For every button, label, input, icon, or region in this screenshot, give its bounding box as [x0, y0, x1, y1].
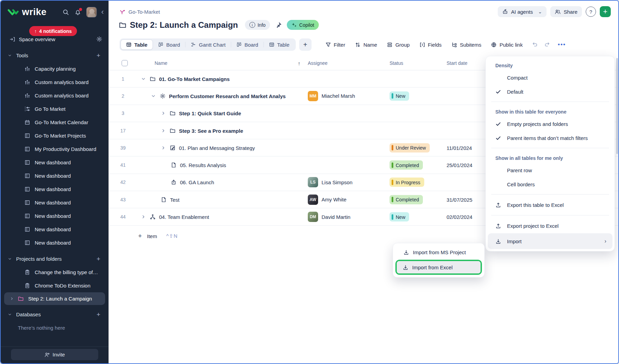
toolbar-fields-button[interactable]: Fields — [419, 42, 442, 48]
menu-action-export-project-to-excel[interactable]: Export project to Excel — [486, 218, 615, 233]
search-icon[interactable] — [63, 9, 69, 15]
task-name[interactable]: 01. Go-To Market Campaigns — [159, 76, 230, 82]
redo-icon[interactable] — [544, 42, 550, 48]
add-icon[interactable]: + — [97, 255, 100, 263]
column-header-name[interactable]: Name — [155, 60, 167, 66]
sidebar-item-custom-analytics-board[interactable]: Custom analytics board — [1, 75, 109, 89]
sidebar-item-capacity-planning[interactable]: Capacity planning — [1, 62, 109, 75]
menu-option-empty-projects-and-folders[interactable]: Empty projects and folders — [486, 117, 615, 131]
sidebar-item-new-dashboard[interactable]: New dashboard — [1, 156, 109, 169]
row-expand-icon[interactable] — [161, 111, 166, 116]
sidebar-item-chrome-todo-extension[interactable]: Chrome ToDo Extension — [1, 279, 109, 292]
assignee-cell[interactable]: AWAmy White — [308, 195, 347, 205]
task-name[interactable]: Step 3: See a Pro example — [179, 128, 243, 133]
sidebar-item-my-productivity-dashboard[interactable]: My Productivity Dashboard — [1, 142, 109, 156]
task-name[interactable]: 06. GA Launch — [180, 179, 214, 185]
menu-option-default[interactable]: Default — [486, 85, 615, 99]
space-overview[interactable]: Space overview — [10, 35, 102, 44]
column-header-status[interactable]: Status — [390, 60, 403, 66]
column-header-assignee[interactable]: Assignee — [308, 60, 328, 66]
start-date-cell[interactable]: 25/01/2024 — [447, 162, 472, 168]
select-all-checkbox[interactable] — [122, 60, 128, 66]
copilot-button[interactable]: Copilot — [287, 20, 319, 30]
chevron-down-icon[interactable] — [8, 53, 12, 58]
sidebar-item-new-dashboard[interactable]: New dashboard — [1, 183, 109, 196]
chevron-down-icon[interactable] — [8, 257, 12, 261]
toolbar-public-link-button[interactable]: Public link — [491, 42, 523, 48]
bell-icon[interactable] — [75, 9, 81, 15]
status-cell[interactable]: Under Review — [390, 143, 430, 152]
assignee-cell[interactable]: DMDavid Martin — [308, 212, 350, 222]
create-new-button[interactable]: + — [600, 6, 611, 17]
toolbar-filter-button[interactable]: Filter — [325, 42, 345, 48]
sidebar-item-new-dashboard[interactable]: New dashboard — [1, 169, 109, 183]
task-name[interactable]: 01. Plan and Messaging Strategy — [179, 145, 255, 151]
pin-icon[interactable] — [275, 22, 282, 28]
status-cell[interactable]: Completed — [390, 161, 423, 170]
submenu-item-import-from-ms-project[interactable]: Import from MS Project — [395, 246, 482, 259]
menu-option-compact[interactable]: Compact — [486, 71, 615, 85]
menu-option-cell-borders[interactable]: Cell borders — [486, 177, 615, 191]
chevron-down-icon[interactable] — [8, 312, 12, 317]
wrike-logo[interactable]: wrike — [8, 7, 47, 17]
sidebar-section-tools[interactable]: Tools+ — [1, 49, 109, 62]
task-name[interactable]: 04. Team Enablement — [159, 214, 209, 220]
view-tab-board[interactable]: Board — [153, 39, 185, 50]
menu-option-parent-row[interactable]: Parent row — [486, 163, 615, 177]
sidebar-item-go-to-market[interactable]: Go To Market — [1, 102, 109, 116]
ai-agents-button[interactable]: AI agents ⌄ — [498, 6, 547, 17]
menu-action-import[interactable]: Import› — [488, 233, 612, 249]
start-date-cell[interactable]: 11/01/2024 — [447, 145, 472, 151]
chevron-down-icon[interactable]: ⌄ — [538, 9, 542, 14]
invite-button[interactable]: Invite — [11, 349, 98, 360]
add-view-button[interactable]: + — [299, 38, 312, 51]
start-date-cell[interactable]: 02/02/2024 — [447, 214, 472, 220]
sidebar-item-new-dashboard[interactable]: New dashboard — [1, 236, 109, 249]
menu-action-export-this-table-to-excel[interactable]: Export this table to Excel — [486, 197, 615, 212]
toolbar-name-button[interactable]: Name — [355, 42, 377, 48]
chevron-right-icon[interactable] — [10, 296, 14, 301]
row-expand-icon[interactable] — [161, 128, 166, 133]
task-name[interactable]: Step 1: Quick Start Guide — [179, 110, 241, 116]
toolbar-group-button[interactable]: Group — [387, 42, 410, 48]
user-avatar[interactable] — [86, 7, 97, 17]
add-icon[interactable]: + — [97, 311, 100, 318]
sidebar-item-go-to-market-projects[interactable]: Go-To Market Projects — [1, 129, 109, 142]
row-expand-icon[interactable] — [161, 145, 166, 150]
row-expand-icon[interactable] — [141, 214, 146, 220]
help-button[interactable]: ? — [586, 7, 596, 17]
row-collapse-icon[interactable] — [151, 93, 156, 98]
share-button[interactable]: Share — [550, 6, 582, 17]
toolbar-subitems-button[interactable]: Subitems — [451, 42, 482, 48]
assignee-cell[interactable]: LSLisa Simpson — [308, 177, 352, 187]
undo-icon[interactable] — [532, 42, 538, 48]
sidebar-item-go-to-market-calendar[interactable]: Go-To Market Calendar — [1, 116, 109, 129]
row-collapse-icon[interactable] — [141, 76, 146, 81]
column-header-start-date[interactable]: Start date — [447, 60, 468, 66]
sidebar-section-projects-and-folders[interactable]: Projects and folders+ — [1, 252, 109, 266]
status-cell[interactable]: In Progress — [390, 178, 424, 187]
menu-option-parent-items-that-don-t-match-filters[interactable]: Parent items that don’t match filters — [486, 131, 615, 145]
task-name[interactable]: 05. Results Analysis — [180, 162, 226, 168]
gear-icon[interactable] — [96, 36, 102, 42]
status-cell[interactable]: Completed — [390, 195, 423, 204]
breadcrumb-label[interactable]: Go-To-Market — [128, 9, 160, 15]
sidebar-item-new-dashboard[interactable]: New dashboard — [1, 223, 109, 236]
sidebar-item-change-the-billing-type-of[interactable]: Change the billing type of… — [1, 266, 109, 279]
task-name[interactable]: Perform Customer Research and Market Ana… — [169, 93, 286, 99]
sidebar-item-custom-analytics-board[interactable]: Custom analytics board — [1, 89, 109, 102]
view-tab-table[interactable]: Table — [264, 39, 295, 50]
breadcrumb[interactable]: Go-To-Market — [120, 9, 160, 15]
vertical-scrollbar[interactable] — [616, 58, 618, 154]
sort-ascending-icon[interactable]: ↑ — [298, 60, 301, 66]
view-tab-gantt-chart[interactable]: Gantt Chart — [185, 39, 231, 50]
assignee-cell[interactable]: MMMiachel Marsh — [308, 91, 355, 101]
sidebar-section-databases[interactable]: Databases+ — [1, 308, 109, 321]
sidebar-item-new-dashboard[interactable]: New dashboard — [1, 209, 109, 223]
view-tab-board[interactable]: Board — [231, 39, 263, 50]
submenu-item-import-from-excel[interactable]: Import from Excel — [397, 261, 481, 273]
start-date-cell[interactable]: 31/07/2025 — [447, 197, 472, 202]
info-button[interactable]: i Info — [245, 20, 270, 30]
more-options-icon[interactable]: ••• — [558, 41, 566, 48]
status-cell[interactable]: New — [390, 91, 409, 101]
